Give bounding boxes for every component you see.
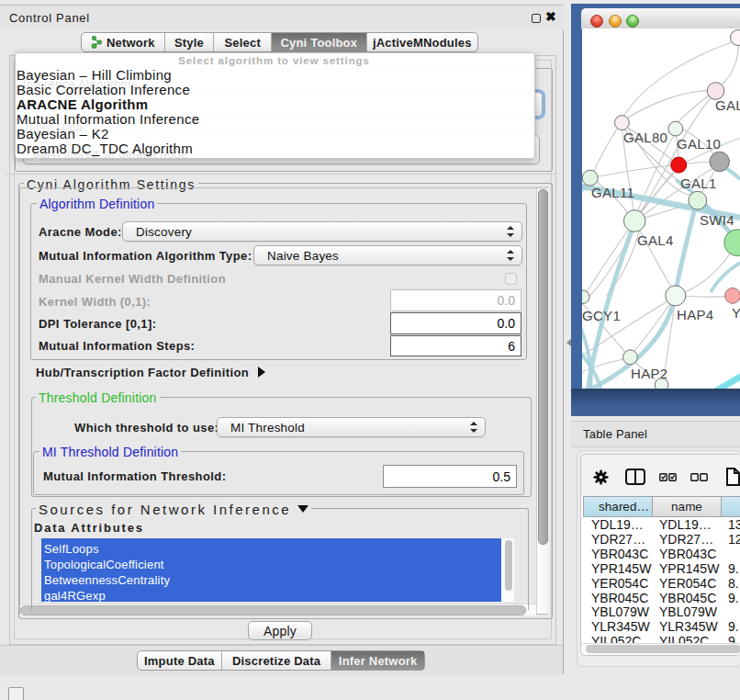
svg-text:GCY1: GCY1 — [582, 308, 621, 323]
svg-text:GAL4: GAL4 — [637, 232, 674, 248]
svg-text:GAL10: GAL10 — [677, 136, 721, 152]
svg-text:Y: Y — [732, 305, 740, 321]
svg-text:HAP2: HAP2 — [631, 366, 667, 381]
svg-text:GAL80: GAL80 — [623, 130, 667, 145]
svg-text:HAP4: HAP4 — [677, 307, 713, 322]
svg-text:GAL11: GAL11 — [591, 185, 634, 200]
svg-text:GAL1: GAL1 — [680, 175, 717, 191]
svg-text:SWI4: SWI4 — [700, 212, 734, 228]
svg-text:GAL: GAL — [715, 97, 740, 113]
